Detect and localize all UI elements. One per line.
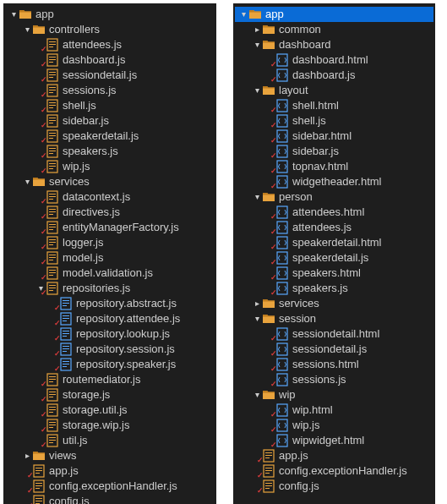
caret-down-icon[interactable]: ▾ — [8, 7, 19, 22]
caret-down-icon[interactable]: ▾ — [252, 83, 262, 98]
tree-item-label: wipwidget.html — [292, 433, 369, 448]
tree-row[interactable]: ✓entityManagerFactory.js — [5, 220, 215, 235]
tree-row[interactable]: ✓wip.js — [235, 418, 433, 433]
tree-row[interactable]: ✓logger.js — [5, 235, 215, 250]
tree-row[interactable]: ✓wipwidget.html — [235, 433, 433, 448]
tree-row[interactable]: ✓repository.lookup.js — [5, 326, 215, 342]
tree-item-label: dashboard.html — [292, 52, 373, 68]
tree-row[interactable]: ▾services — [5, 174, 215, 189]
tree-row[interactable]: ✓config.js — [5, 494, 215, 504]
tree-row[interactable]: ✓sessiondetail.js — [5, 68, 215, 83]
tree-item-label: sessions.html — [292, 357, 364, 372]
svg-rect-69 — [63, 315, 69, 316]
tree-row[interactable]: ✓repository.attendee.js — [5, 311, 215, 326]
js-icon: ✓ — [46, 129, 59, 143]
tree-row[interactable]: ▸services — [235, 296, 433, 311]
jsalt-icon: ✓ — [59, 358, 73, 371]
caret-right-icon[interactable]: ▸ — [252, 296, 262, 311]
caret-down-icon[interactable]: ▾ — [252, 311, 262, 326]
tree-row[interactable]: ✓dashboard.html — [235, 52, 433, 68]
tree-row[interactable]: ✓repository.abstract.js — [5, 296, 215, 311]
tree-row[interactable]: ✓directives.js — [5, 205, 215, 220]
html-icon: ✓ — [275, 251, 289, 265]
tree-row[interactable]: ▾wip — [235, 387, 433, 403]
tree-row[interactable]: ✓shell.html — [235, 98, 433, 113]
caret-down-icon[interactable]: ▾ — [22, 22, 32, 37]
caret-down-icon[interactable]: ▾ — [252, 387, 262, 403]
tree-row[interactable]: ✓attendees.js — [235, 220, 433, 235]
svg-rect-98 — [49, 425, 56, 425]
file-tree-left[interactable]: ▾app▾controllers✓attendees.js✓dashboard.… — [3, 3, 216, 504]
caret-down-icon[interactable]: ▾ — [238, 7, 248, 22]
svg-rect-30 — [49, 151, 56, 151]
tree-row[interactable]: ✓wip.html — [235, 403, 433, 418]
tree-row[interactable]: ✓sessions.html — [235, 357, 433, 372]
svg-rect-55 — [49, 260, 53, 260]
tree-row[interactable]: ✓config.exceptionHandler.js — [235, 463, 433, 479]
caret-right-icon[interactable]: ▸ — [22, 448, 32, 463]
tree-row[interactable]: ✓dashboard.js — [235, 68, 433, 83]
tree-row[interactable]: ✓dashboard.js — [5, 52, 215, 68]
tree-row[interactable]: ✓speakers.js — [5, 144, 215, 159]
tree-row[interactable]: ✓app.js — [235, 448, 433, 463]
tree-row[interactable]: ✓storage.js — [5, 387, 215, 403]
tree-row[interactable]: ▸common — [235, 22, 433, 37]
tree-row[interactable]: ✓sessions.js — [5, 83, 215, 98]
tree-row[interactable]: ✓speakerdetail.js — [235, 250, 433, 266]
tree-row[interactable]: ▾controllers — [5, 22, 215, 37]
tree-row[interactable]: ✓widgetheader.html — [235, 174, 433, 189]
tree-item-label: routemediator.js — [63, 372, 146, 387]
tree-row[interactable]: ✓sidebar.js — [235, 144, 433, 159]
tree-row[interactable]: ▾layout — [235, 83, 433, 98]
tree-item-label: config.exceptionHandler.js — [49, 479, 183, 494]
jsalt-icon: ✓ — [59, 312, 73, 326]
tree-row[interactable]: ✓sidebar.js — [5, 113, 215, 129]
caret-down-icon[interactable]: ▾ — [252, 37, 262, 52]
tree-item-label: sidebar.js — [63, 113, 114, 129]
tree-row[interactable]: ✓routemediator.js — [5, 372, 215, 387]
tree-row[interactable]: ✓shell.js — [235, 113, 433, 129]
tree-row[interactable]: ✓speakerdetail.html — [235, 235, 433, 250]
tree-row[interactable]: ✓config.js — [235, 479, 433, 494]
tree-row[interactable]: ✓speakers.html — [235, 266, 433, 281]
caret-right-icon[interactable]: ▸ — [252, 22, 262, 37]
tree-row[interactable]: ✓app.js — [5, 463, 215, 479]
tree-row[interactable]: ▾app — [235, 7, 433, 22]
tree-row[interactable]: ▸views — [5, 448, 215, 463]
tree-row[interactable]: ✓sessions.js — [235, 372, 433, 387]
caret-down-icon[interactable]: ▾ — [252, 189, 262, 205]
tree-row[interactable]: ✓storage.util.js — [5, 403, 215, 418]
tree-row[interactable]: ✓model.validation.js — [5, 266, 215, 281]
html-icon: ✓ — [275, 160, 289, 173]
tree-row[interactable]: ✓repository.session.js — [5, 342, 215, 357]
tree-row[interactable]: ✓shell.js — [5, 98, 215, 113]
tree-row[interactable]: ✓datacontext.js — [5, 189, 215, 205]
tree-row[interactable]: ✓speakerdetail.js — [5, 129, 215, 144]
svg-rect-139 — [265, 455, 272, 456]
svg-rect-29 — [49, 148, 56, 149]
tree-row[interactable]: ✓sessiondetail.html — [235, 326, 433, 342]
file-tree-right[interactable]: ▾app▸common▾dashboard✓dashboard.html✓das… — [233, 3, 435, 504]
tree-row[interactable]: ▾app — [5, 7, 215, 22]
tree-row[interactable]: ▾person — [235, 189, 433, 205]
tree-row[interactable]: ✓speakers.js — [235, 281, 433, 296]
caret-down-icon[interactable]: ▾ — [22, 174, 32, 189]
svg-rect-43 — [49, 214, 53, 215]
svg-rect-101 — [49, 437, 56, 438]
tree-row[interactable]: ✓util.js — [5, 433, 215, 448]
tree-row[interactable]: ✓storage.wip.js — [5, 418, 215, 433]
tree-row[interactable]: ▾session — [235, 311, 433, 326]
tree-item-label: logger.js — [63, 235, 108, 250]
tree-row[interactable]: ✓wip.js — [5, 159, 215, 174]
tree-row[interactable]: ✓repository.speaker.js — [5, 357, 215, 372]
tree-item-label: sidebar.html — [292, 129, 357, 144]
tree-row[interactable]: ✓sidebar.html — [235, 129, 433, 144]
tree-row[interactable]: ✓topnav.html — [235, 159, 433, 174]
tree-row[interactable]: ▾✓repositories.js — [5, 281, 215, 296]
tree-row[interactable]: ✓config.exceptionHandler.js — [5, 479, 215, 494]
tree-row[interactable]: ✓attendees.js — [5, 37, 215, 52]
tree-row[interactable]: ✓sessiondetail.js — [235, 342, 433, 357]
tree-row[interactable]: ✓model.js — [5, 250, 215, 266]
tree-row[interactable]: ▾dashboard — [235, 37, 433, 52]
tree-row[interactable]: ✓attendees.html — [235, 205, 433, 220]
